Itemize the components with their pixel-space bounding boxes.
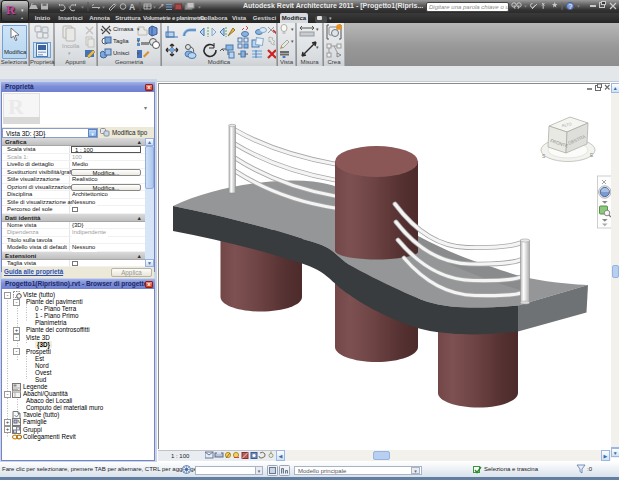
- svg-text:?: ?: [568, 3, 572, 10]
- svg-text:A: A: [129, 2, 135, 12]
